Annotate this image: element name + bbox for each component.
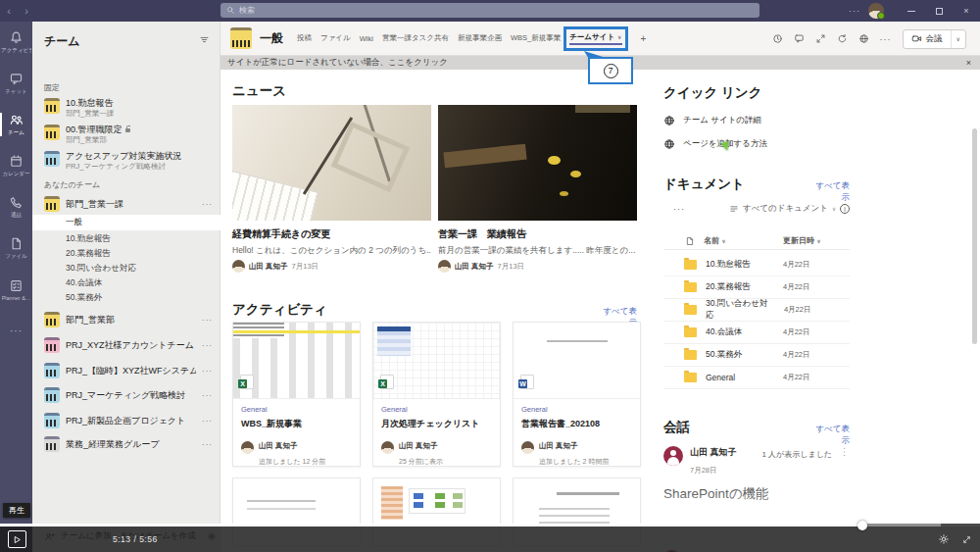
news-image-2[interactable] (438, 105, 637, 221)
document-row[interactable]: 30.問い合わせ対応4月22日 (663, 299, 850, 322)
minimize-button[interactable] (898, 0, 925, 22)
team-options-icon[interactable]: ··· (202, 367, 213, 376)
author-avatar (241, 441, 254, 454)
tab-more-icon[interactable]: ··· (880, 34, 892, 44)
camera-icon (911, 33, 922, 44)
conversation-post[interactable]: 山田 真知子 7月28日 1 人が表示しました ··· SharePointの機… (663, 446, 850, 503)
team-options-icon[interactable]: ··· (202, 316, 213, 325)
clock-icon[interactable] (772, 33, 783, 44)
team-row[interactable]: 部門_営業部··· (32, 310, 220, 327)
news-title[interactable]: 経費精算手続きの変更 (232, 227, 431, 241)
col-name[interactable]: 名前 ∨ (704, 235, 726, 246)
tab-files[interactable]: ファイル (320, 33, 351, 43)
author-avatar (381, 441, 394, 454)
post-menu-icon[interactable]: ··· (840, 447, 849, 458)
maximize-button[interactable] (925, 0, 953, 22)
search-input[interactable]: 検索 (220, 3, 760, 18)
globe-icon[interactable] (858, 33, 869, 44)
seek-knob[interactable] (858, 521, 867, 530)
document-row[interactable]: 40.会議体4月22日 (663, 322, 850, 344)
document-row[interactable]: 20.業務報告4月22日 (663, 276, 850, 299)
doc-title-shape (557, 492, 619, 495)
rail-chat[interactable]: チャット (0, 63, 32, 104)
banner-close-icon[interactable]: × (966, 58, 971, 68)
activity-card[interactable]: W General 営業報告書_202108 山田 真知子追加しました 2 時間… (513, 322, 641, 467)
rail-calendar[interactable]: カレンダー (0, 145, 32, 186)
add-tab-button[interactable]: + (641, 33, 647, 44)
teams-window: ‹ › 検索 ··· × アクティビティ チャット チーム カレン (0, 0, 980, 552)
news-title[interactable]: 営業一課 業績報告 (438, 227, 637, 241)
documents-show-all[interactable]: すべて表示 (808, 180, 850, 204)
team-options-icon[interactable]: ··· (202, 341, 213, 350)
pinned-team[interactable]: 10.勤怠報告部門_営業一課 (32, 96, 220, 118)
team-avatar (44, 151, 60, 167)
meet-button[interactable]: 会議 ∨ (903, 29, 966, 49)
close-button[interactable]: × (953, 0, 980, 22)
rail-calls[interactable]: 通話 (0, 186, 32, 227)
team-options-icon[interactable]: ··· (202, 417, 213, 426)
forward-icon[interactable]: › (18, 5, 35, 17)
team-row[interactable]: PRJ_マーケティング戦略検討··· (32, 385, 220, 403)
tab-wbs[interactable]: WBS_新規事業 (511, 33, 561, 43)
annotation-number: 7 (604, 64, 618, 78)
refresh-icon[interactable] (837, 33, 848, 44)
team-row[interactable]: PRJ_XYZ社様アカウントチーム··· (32, 335, 220, 353)
team-row[interactable]: PRJ_新製品企画プロジェクト··· (32, 411, 220, 428)
back-icon[interactable]: ‹ (0, 5, 18, 17)
rail-activity[interactable]: アクティビティ (0, 22, 32, 63)
channel-item[interactable]: 50.業務外 (32, 290, 220, 305)
team-avatar (44, 436, 60, 452)
tab-team-site[interactable]: チームサイト∨ (569, 32, 621, 45)
seek-bar[interactable] (0, 524, 980, 527)
quick-link[interactable]: ページを追加する方法 (663, 138, 767, 150)
team-row[interactable]: 業務_経理業務グループ··· (32, 434, 220, 452)
tab-posts[interactable]: 投稿 (297, 33, 312, 43)
document-row[interactable]: 10.勤怠報告4月22日 (663, 254, 850, 276)
rail-files[interactable]: ファイル (0, 227, 32, 269)
conversation-icon[interactable] (794, 33, 805, 44)
rail-teams[interactable]: チーム (0, 104, 32, 145)
post-title[interactable]: SharePointの機能 (663, 485, 850, 503)
team-avatar (44, 98, 60, 114)
team-options-icon[interactable]: ··· (202, 440, 213, 449)
activity-heading: アクティビティ (232, 301, 327, 319)
conversation-show-all[interactable]: すべて表示 (808, 424, 850, 447)
pinned-team[interactable]: アクセスアップ対策実施状況PRJ_マーケティング戦略検討 (32, 149, 220, 171)
document-row[interactable]: General4月22日 (663, 367, 850, 389)
settings-gear-icon[interactable] (938, 533, 950, 545)
pinned-team[interactable]: 00.管理職限定部門_営業部 (32, 123, 220, 144)
activity-card[interactable]: X General WBS_新規事業 山田 真知子追加しました 12 分前 (232, 322, 361, 467)
tab-tasks[interactable]: 営業一課タスク共有 (382, 33, 449, 43)
quick-link[interactable]: チーム サイトの詳細 (663, 115, 761, 126)
tab-newbiz[interactable]: 新規事業企画 (458, 33, 502, 43)
expand-icon[interactable] (815, 33, 826, 44)
view-selector[interactable]: すべてのドキュメント ∨ i (729, 203, 850, 215)
rail-planner[interactable]: Planner &… (0, 269, 32, 310)
filter-icon[interactable] (199, 34, 210, 45)
document-row[interactable]: 50.業務外4月22日 (663, 344, 850, 367)
team-row[interactable]: 部門_営業一課 ··· (32, 194, 220, 212)
meet-options-chevron[interactable]: ∨ (951, 30, 965, 48)
info-icon[interactable]: i (840, 204, 850, 214)
activity-card[interactable]: X General 月次処理チェックリスト 山田 真知子25 分前に表示 (372, 322, 501, 467)
user-avatar[interactable] (868, 3, 884, 19)
page-scrollbar[interactable] (972, 128, 977, 344)
channel-general[interactable]: 一般 (32, 215, 220, 230)
col-modified[interactable]: 更新日時 ∨ (783, 235, 850, 246)
channel-item[interactable]: 10.勤怠報告 (32, 231, 220, 246)
channel-item[interactable]: 40.会議体 (32, 276, 220, 290)
rail-more[interactable]: ··· (0, 310, 32, 351)
more-icon: ··· (10, 326, 23, 336)
toolbar-more-icon[interactable]: ··· (673, 204, 685, 214)
team-options-icon[interactable]: ··· (202, 200, 213, 209)
fullscreen-icon[interactable] (961, 534, 972, 545)
news-image-1[interactable] (232, 105, 431, 221)
team-row[interactable]: PRJ_【臨時】XYZ社WFシステム提案··· (32, 361, 220, 378)
play-button[interactable] (8, 530, 26, 548)
channel-item[interactable]: 30.問い合わせ対応 (32, 261, 220, 276)
app-rail: アクティビティ チャット チーム カレンダー 通話 ファイル Planner &… (0, 22, 32, 552)
tab-wiki[interactable]: Wiki (360, 34, 373, 43)
team-options-icon[interactable]: ··· (202, 391, 213, 400)
titlebar-more-icon[interactable]: ··· (849, 6, 860, 16)
channel-item[interactable]: 20.業務報告 (32, 246, 220, 261)
